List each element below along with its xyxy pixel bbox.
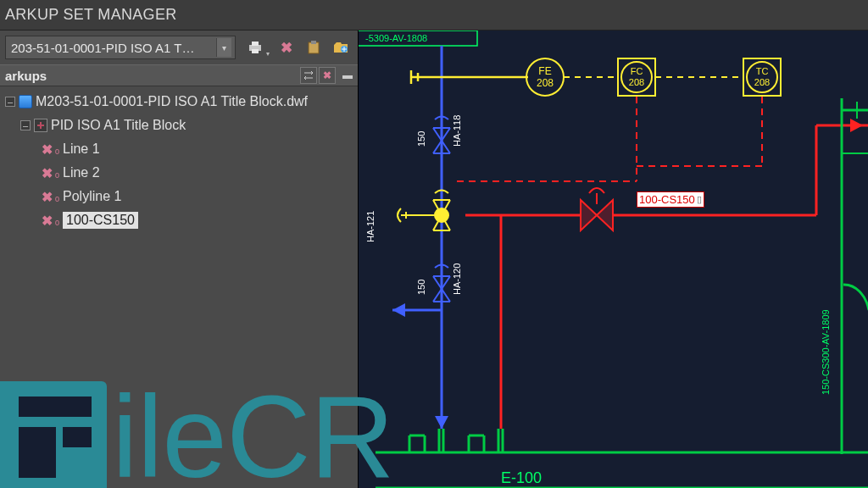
- tree-sheet-label: PID ISO A1 Title Block: [51, 118, 186, 133]
- section-btn-markup[interactable]: ✖: [319, 67, 336, 84]
- tree-file-label: M203-51-01-0001-PID ISO A1 Title Block.d…: [36, 94, 308, 109]
- panel-title-text: ARKUP SET MANAGER: [5, 6, 177, 24]
- markup-tag[interactable]: 100-CS150 ▯: [637, 191, 704, 208]
- svg-text:FE: FE: [538, 65, 551, 77]
- markup-item-icon: ✖: [39, 165, 54, 180]
- open-folder-icon: [333, 40, 348, 55]
- svg-text:208: 208: [629, 77, 644, 87]
- svg-text:150: 150: [416, 131, 426, 147]
- svg-text:TC: TC: [756, 66, 769, 76]
- svg-marker-10: [392, 303, 405, 317]
- tree-item-label: Line 1: [63, 141, 100, 157]
- tag-handle-icon[interactable]: ▯: [697, 194, 702, 205]
- markup-set-dropdown[interactable]: 203-51-01-0001-PID ISO A1 T… ▾: [5, 36, 236, 59]
- markup-item-icon: ✖: [39, 213, 54, 228]
- svg-rect-2: [252, 49, 259, 53]
- equipment-tag: E-100: [501, 469, 542, 486]
- dropdown-text: 203-51-01-0001-PID ISO A1 T…: [11, 41, 195, 55]
- tree-item-label: Line 2: [63, 165, 100, 180]
- clipboard-button[interactable]: [302, 36, 326, 59]
- tree-markup-row[interactable]: ✖0 Polyline 1: [2, 185, 356, 208]
- markup-item-icon: ✖: [39, 189, 54, 204]
- chevron-down-icon[interactable]: ▾: [216, 38, 231, 57]
- panel-title: ARKUP SET MANAGER: [0, 0, 868, 30]
- section-title: arkups: [5, 69, 47, 83]
- minus-icon: [342, 75, 353, 79]
- svg-rect-4: [311, 41, 316, 44]
- sheet-icon: [34, 119, 47, 132]
- markup-icon-button[interactable]: ✖: [275, 36, 298, 59]
- markups-section-header[interactable]: arkups ✖: [0, 64, 358, 86]
- pid-drawing: -5309-AV-1808 FE 208 FC 208: [359, 30, 868, 488]
- tree-sheet-row[interactable]: PID ISO A1 Title Block: [2, 114, 356, 137]
- svg-text:208: 208: [537, 77, 554, 89]
- svg-text:HA-121: HA-121: [365, 211, 376, 242]
- tree-file-row[interactable]: M203-51-01-0001-PID ISO A1 Title Block.d…: [2, 90, 356, 114]
- tree-item-label-selected: 100-CS150: [63, 212, 138, 229]
- open-button[interactable]: [329, 36, 353, 59]
- split-arrow-icon: ▾: [266, 50, 270, 58]
- panel-toolbar: 203-51-01-0001-PID ISO A1 T… ▾ ▾ ✖: [0, 30, 358, 64]
- clipboard-icon: [306, 40, 321, 55]
- tree-markup-row-selected[interactable]: ✖0 100-CS150: [2, 208, 356, 232]
- svg-text:208: 208: [754, 77, 770, 87]
- dwf-file-icon: [19, 95, 32, 108]
- expander-icon[interactable]: [5, 97, 15, 107]
- tree-markup-row[interactable]: ✖0 Line 2: [2, 161, 356, 185]
- markup-x-icon: ✖: [281, 39, 292, 57]
- svg-text:HA-118: HA-118: [452, 115, 462, 147]
- markup-x-icon-small: ✖: [323, 69, 331, 81]
- collapse-button[interactable]: [337, 67, 353, 84]
- markup-tree: M203-51-01-0001-PID ISO A1 Title Block.d…: [0, 86, 358, 236]
- svg-marker-8: [435, 416, 448, 429]
- expander-icon[interactable]: [20, 120, 31, 130]
- section-btn-switch[interactable]: [300, 67, 317, 84]
- main-container: 203-51-01-0001-PID ISO A1 T… ▾ ▾ ✖: [0, 30, 868, 488]
- svg-marker-44: [581, 200, 613, 230]
- markup-panel: 203-51-01-0001-PID ISO A1 T… ▾ ▾ ✖: [0, 30, 358, 488]
- refresh-button[interactable]: ▾: [239, 36, 271, 59]
- markup-item-icon: ✖: [39, 141, 54, 157]
- tree-item-label: Polyline 1: [63, 189, 121, 204]
- switch-icon: [303, 70, 314, 80]
- svg-marker-49: [850, 119, 863, 132]
- svg-text:150-CS300-AV-1809: 150-CS300-AV-1809: [821, 309, 831, 395]
- printer-icon: [248, 40, 263, 55]
- svg-rect-1: [252, 42, 259, 46]
- tree-markup-row[interactable]: ✖0 Line 1: [2, 137, 356, 161]
- svg-text:FC: FC: [631, 66, 643, 76]
- svg-text:HA-120: HA-120: [452, 263, 462, 295]
- drawing-canvas[interactable]: -5309-AV-1808 FE 208 FC 208: [358, 30, 868, 488]
- svg-text:150: 150: [416, 280, 426, 295]
- line-tag-top: -5309-AV-1808: [365, 33, 427, 43]
- markup-tag-text: 100-CS150: [639, 193, 695, 206]
